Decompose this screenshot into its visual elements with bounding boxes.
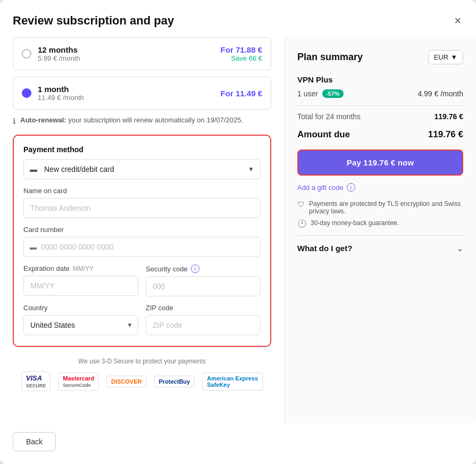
payment-method-label: Payment method [23, 145, 261, 154]
plan-name-12months: 12 months [38, 45, 214, 54]
security-item-tls: 🛡 Payments are protected by TLS encrypti… [297, 200, 463, 215]
info-icon: ℹ [13, 117, 16, 126]
protectbuy-logo: ProtectBuy [154, 376, 195, 387]
plan-total-1month: For 11.49 € [221, 89, 262, 98]
clock-icon: 🕐 [297, 219, 306, 228]
plan-total-12months: For 71.88 € [221, 45, 262, 54]
name-on-card-group: Name on card [23, 187, 261, 218]
security-note-text: We use 3-D Secure to protect your paymen… [13, 358, 271, 365]
plan-user-row: 1 user -57% 4.99 € /month [297, 89, 463, 98]
plan-summary-title: Plan summary [297, 52, 363, 63]
plan-option-1month[interactable]: 1 month 11.49 € /month For 11.49 € [13, 77, 271, 110]
currency-selector[interactable]: EUR ▼ [428, 50, 463, 64]
card-number-group: Card number ▬ [23, 226, 261, 257]
discover-logo: DISCOVER [106, 376, 146, 387]
total-value: 119.76 € [435, 112, 464, 121]
plan-summary-header: Plan summary EUR ▼ [297, 50, 463, 64]
country-label: Country [23, 304, 138, 312]
modal-header: Review subscription and pay × [0, 0, 476, 37]
plan-radio-12months [22, 49, 31, 59]
visa-logo: VISA SECURE [21, 371, 51, 391]
right-panel: Plan summary EUR ▼ VPN Plus 1 user -57% … [285, 37, 476, 424]
price-per-month: 4.99 € /month [417, 89, 463, 98]
modal-body: 12 months 5.99 € /month For 71.88 € Save… [0, 37, 476, 424]
plan-radio-1month [22, 88, 31, 98]
security-code-label: Security code i [146, 264, 261, 273]
user-count: 1 user [297, 89, 318, 98]
name-on-card-label: Name on card [23, 187, 261, 195]
country-select[interactable]: United StatesUnited KingdomGermanyFrance… [23, 315, 138, 335]
zip-code-label: ZIP code [146, 304, 261, 312]
currency-chevron-icon: ▼ [450, 53, 457, 61]
country-group: Country United StatesUnited KingdomGerma… [23, 304, 138, 335]
discount-badge: -57% [322, 89, 344, 98]
name-on-card-input[interactable] [23, 198, 261, 218]
payment-method-section: Payment method ▬ New credit/debit cardPa… [13, 135, 271, 347]
total-row: Total for 24 months 119.76 € [297, 112, 463, 121]
card-number-label: Card number [23, 226, 261, 234]
amount-due-value: 119.76 € [428, 129, 463, 140]
plan-price-sub-12months: 5.99 € /month [38, 54, 214, 62]
shield-icon: 🛡 [297, 200, 305, 209]
amount-due-row: Amount due 119.76 € [297, 129, 463, 140]
left-panel: 12 months 5.99 € /month For 71.88 € Save… [0, 37, 285, 424]
what-get-divider [297, 235, 463, 236]
expiry-security-row: Expiration date MM/YY Security code i [23, 257, 261, 296]
expiry-group: Expiration date MM/YY [23, 264, 138, 296]
country-zip-row: Country United StatesUnited KingdomGerma… [23, 296, 261, 335]
expiry-input[interactable] [23, 276, 138, 296]
card-logos: VISA SECURE Mastercard SecureCode DISCOV… [13, 371, 271, 391]
amount-due-label: Amount due [297, 129, 350, 140]
card-number-input[interactable] [23, 237, 261, 257]
total-label: Total for 24 months [297, 112, 361, 121]
card-number-icon: ▬ [30, 243, 37, 251]
modal: Review subscription and pay × 12 months … [0, 0, 476, 464]
vpn-plus-label: VPN Plus [297, 75, 463, 84]
security-code-input[interactable] [146, 276, 261, 296]
security-cards-section: We use 3-D Secure to protect your paymen… [13, 358, 271, 391]
currency-value: EUR [434, 53, 448, 61]
summary-divider [297, 105, 463, 106]
mastercard-logo: Mastercard SecureCode [58, 372, 99, 391]
plan-option-12months[interactable]: 12 months 5.99 € /month For 71.88 € Save… [13, 37, 271, 70]
card-icon: ▬ [30, 165, 37, 173]
gift-code-row: Add a gift code i [297, 183, 463, 192]
auto-renewal-text: Auto-renewal: your subscription will ren… [20, 116, 243, 124]
gift-code-info-icon[interactable]: i [347, 183, 355, 192]
security-code-info-icon[interactable]: i [191, 264, 199, 273]
what-get-chevron-icon: ⌄ [456, 243, 463, 253]
pay-button[interactable]: Pay 119.76 € now [297, 150, 463, 176]
country-select-wrapper: United StatesUnited KingdomGermanyFrance… [23, 315, 138, 335]
plan-save-12months: Save 66 € [221, 54, 262, 62]
expiry-label: Expiration date MM/YY [23, 264, 138, 272]
modal-footer: Back [0, 424, 476, 464]
zip-code-input[interactable] [146, 315, 261, 335]
gift-code-link[interactable]: Add a gift code [297, 184, 344, 192]
card-number-wrapper: ▬ [23, 237, 261, 257]
payment-method-select[interactable]: New credit/debit cardPayPal [23, 159, 261, 179]
what-do-i-get-label: What do I get? [297, 244, 352, 253]
what-do-i-get-row[interactable]: What do I get? ⌄ [297, 243, 463, 253]
plan-name-1month: 1 month [38, 85, 214, 94]
close-button[interactable]: × [452, 13, 463, 29]
zip-code-group: ZIP code [146, 304, 261, 335]
security-code-group: Security code i [146, 264, 261, 296]
amex-logo: American ExpressSafeKey [202, 372, 263, 391]
security-list: 🛡 Payments are protected by TLS encrypti… [297, 200, 463, 228]
plan-price-sub-1month: 11.49 € /month [38, 94, 214, 102]
modal-title: Review subscription and pay [13, 14, 174, 28]
security-item-refund: 🕐 30-day money-back guarantee. [297, 219, 463, 228]
back-button[interactable]: Back [13, 432, 56, 451]
payment-method-select-wrapper: ▬ New credit/debit cardPayPal ▼ [23, 159, 261, 179]
auto-renewal-notice: ℹ Auto-renewal: your subscription will r… [13, 116, 271, 126]
